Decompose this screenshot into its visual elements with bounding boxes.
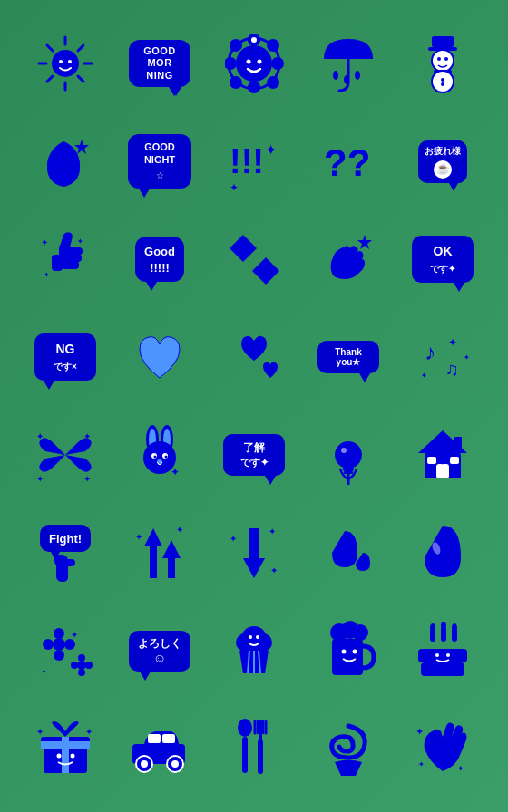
svg-text:✦: ✦ <box>415 726 424 737</box>
cell-lightbulb[interactable] <box>303 408 394 502</box>
svg-point-134 <box>70 754 74 759</box>
svg-text:✦: ✦ <box>464 353 470 362</box>
cell-gift-box[interactable]: ✦ ✦ <box>20 701 111 796</box>
svg-text:✦: ✦ <box>77 237 83 246</box>
svg-rect-72 <box>344 471 353 474</box>
svg-point-67 <box>157 459 162 465</box>
cell-house[interactable] <box>397 408 488 502</box>
svg-point-94 <box>43 639 54 650</box>
svg-point-122 <box>430 624 435 633</box>
cell-cake[interactable] <box>397 604 488 698</box>
svg-marker-86 <box>243 528 265 578</box>
svg-point-102 <box>77 661 86 670</box>
svg-rect-76 <box>436 464 449 478</box>
cell-sun[interactable] <box>20 16 111 111</box>
svg-point-99 <box>78 669 85 676</box>
svg-rect-125 <box>418 649 467 662</box>
cell-beer[interactable] <box>303 604 394 698</box>
svg-point-20 <box>236 45 272 82</box>
cell-yoroshiku[interactable]: よろしく ☺ <box>114 604 205 698</box>
svg-point-109 <box>256 635 259 639</box>
svg-text:!!!: !!! <box>230 142 264 180</box>
cell-umbrella[interactable] <box>303 16 394 111</box>
cell-question[interactable]: ?? <box>303 114 394 208</box>
svg-line-9 <box>78 45 83 51</box>
cell-arrows-up[interactable]: ✦ ✦ <box>114 506 205 600</box>
svg-point-18 <box>230 76 242 89</box>
cell-flowers[interactable]: ✦ ✦ <box>20 604 111 698</box>
cell-hearts-small[interactable] <box>209 310 299 404</box>
svg-point-32 <box>444 57 448 61</box>
svg-point-96 <box>53 638 65 651</box>
svg-text:✦: ✦ <box>36 727 44 737</box>
svg-text:✦: ✦ <box>171 466 180 478</box>
svg-point-124 <box>452 624 457 633</box>
svg-point-65 <box>154 456 157 459</box>
svg-text:✦: ✦ <box>135 532 142 542</box>
cell-ryokai[interactable]: 了解 です✦ <box>209 408 299 502</box>
cell-utensils[interactable] <box>209 701 299 796</box>
svg-point-21 <box>246 59 250 63</box>
svg-text:✦: ✦ <box>176 525 183 535</box>
svg-text:✦: ✦ <box>418 760 425 768</box>
svg-point-13 <box>248 81 260 93</box>
cell-flower-cloud[interactable] <box>209 16 299 111</box>
cell-music-notes[interactable]: ♪ ♫ ✦ ✦ ✦ <box>397 310 488 404</box>
cell-ok-desu[interactable]: OK です✦ <box>397 212 488 306</box>
cell-fight[interactable]: Fight! <box>20 506 111 600</box>
cell-water-drop[interactable] <box>397 506 488 600</box>
svg-rect-126 <box>421 662 464 676</box>
svg-point-25 <box>333 71 338 80</box>
svg-point-98 <box>78 654 85 662</box>
cell-good-morning[interactable]: GOODMORNING <box>114 16 205 111</box>
cell-wave-hand[interactable]: ✦ ✦ ✦ <box>397 701 488 796</box>
svg-point-19 <box>267 76 279 89</box>
svg-point-100 <box>71 662 78 669</box>
cell-wave-star[interactable] <box>303 212 394 306</box>
cell-thumbs-up[interactable]: ✦ ✦ ✦ <box>20 212 111 306</box>
svg-text:♪: ♪ <box>425 341 435 364</box>
svg-text:✦: ✦ <box>448 336 457 349</box>
cell-diamonds[interactable] <box>209 212 299 306</box>
cell-otsukare[interactable]: お疲れ様 ☕ <box>397 114 488 208</box>
cell-good-night[interactable]: GOODNIGHT ☆ <box>114 114 205 208</box>
svg-point-115 <box>352 624 368 641</box>
svg-rect-132 <box>41 741 90 749</box>
cell-moon[interactable] <box>20 114 111 208</box>
svg-text:✦: ✦ <box>230 181 239 191</box>
svg-text:✦: ✦ <box>41 668 47 676</box>
cell-car[interactable] <box>114 701 205 796</box>
svg-point-128 <box>446 653 450 657</box>
svg-text:✦: ✦ <box>230 534 237 544</box>
cell-cupcake[interactable] <box>209 604 299 698</box>
svg-point-143 <box>171 760 179 768</box>
svg-rect-151 <box>258 740 263 774</box>
svg-point-36 <box>441 82 444 86</box>
cell-bunny[interactable]: ✦ <box>114 408 205 502</box>
svg-rect-116 <box>332 639 363 675</box>
cell-arrows-down[interactable]: ✦ ✦ ✦ <box>209 506 299 600</box>
cell-swirl[interactable] <box>303 701 394 796</box>
svg-rect-77 <box>427 457 436 464</box>
svg-marker-83 <box>162 540 181 578</box>
svg-line-8 <box>78 76 83 82</box>
svg-point-66 <box>165 456 168 459</box>
svg-rect-71 <box>343 467 354 471</box>
cell-bow-sparkle[interactable]: ✦ ✦ ✦ ✦ <box>20 408 111 502</box>
cell-good-exclaim[interactable]: Good !!!!! <box>114 212 205 306</box>
cell-exclamation[interactable]: !!! ✦ ✦ <box>209 114 299 208</box>
svg-line-10 <box>47 76 53 82</box>
svg-point-79 <box>437 458 440 460</box>
svg-rect-138 <box>148 734 161 743</box>
svg-marker-37 <box>74 140 89 154</box>
cell-thank-you[interactable]: Thank you★ <box>303 310 394 404</box>
cell-snowman[interactable] <box>397 16 488 111</box>
svg-point-23 <box>251 37 257 43</box>
cell-ng-desu[interactable]: NG です× <box>20 310 111 404</box>
svg-marker-47 <box>252 257 279 285</box>
svg-point-27 <box>355 71 360 80</box>
cell-heart-big[interactable] <box>114 310 205 404</box>
svg-rect-78 <box>450 457 459 464</box>
svg-point-117 <box>342 650 347 654</box>
cell-water-drops[interactable] <box>303 506 394 600</box>
